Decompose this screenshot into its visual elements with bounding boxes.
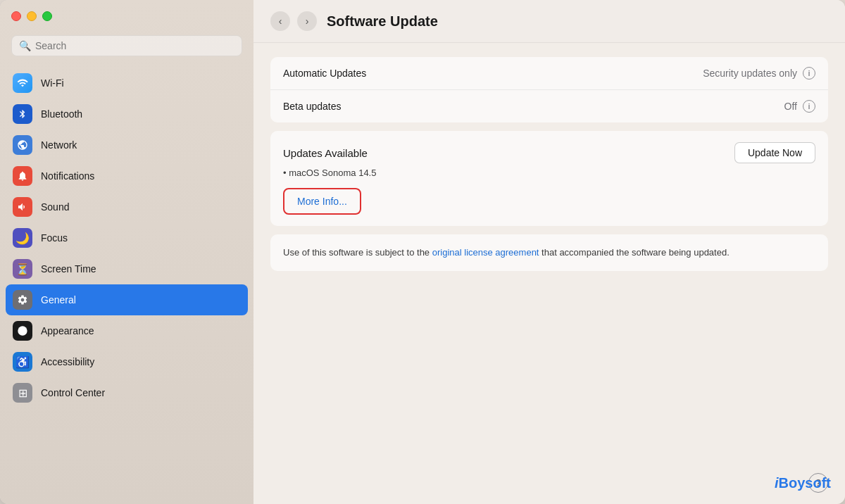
- updates-header: Updates Available Update Now: [283, 142, 815, 163]
- notifications-icon: [13, 166, 32, 186]
- sidebar-item-label: Wi-Fi: [41, 77, 64, 89]
- automatic-updates-info-icon[interactable]: i: [803, 67, 815, 80]
- beta-updates-label: Beta updates: [283, 101, 342, 112]
- main-header: ‹ › Software Update: [254, 0, 845, 43]
- license-text-part1: Use of this software is subject to the: [283, 247, 432, 258]
- sidebar-item-label: Notifications: [41, 170, 94, 182]
- forward-button[interactable]: ›: [297, 11, 317, 31]
- bluetooth-icon: [13, 104, 32, 124]
- sidebar-item-label: Accessibility: [41, 356, 94, 367]
- automatic-updates-status: Security updates only: [703, 68, 797, 79]
- license-link[interactable]: original license agreement: [432, 247, 539, 258]
- main-content: Automatic Updates Security updates only …: [254, 43, 845, 466]
- sidebar-item-label: Network: [41, 139, 77, 151]
- sidebar-item-wifi[interactable]: Wi-Fi: [6, 68, 248, 99]
- minimize-button[interactable]: [27, 11, 37, 21]
- accessibility-icon: ♿: [13, 352, 32, 372]
- automatic-updates-label: Automatic Updates: [283, 68, 366, 79]
- wifi-icon: [13, 73, 32, 93]
- sidebar-item-focus[interactable]: 🌙 Focus: [6, 222, 248, 253]
- sidebar-item-label: Screen Time: [41, 263, 96, 275]
- page-title: Software Update: [327, 13, 438, 30]
- beta-updates-status: Off: [784, 101, 797, 112]
- iboysoft-watermark: iBoysoft: [775, 475, 831, 491]
- sidebar-item-label: Appearance: [41, 325, 94, 336]
- update-now-button[interactable]: Update Now: [734, 142, 815, 163]
- license-text: Use of this software is subject to the o…: [283, 246, 815, 260]
- beta-updates-info-icon[interactable]: i: [803, 100, 815, 113]
- controlcenter-icon: ⊞: [13, 383, 32, 403]
- beta-updates-value: Off i: [784, 100, 815, 113]
- search-input[interactable]: [35, 40, 234, 51]
- back-button[interactable]: ‹: [270, 11, 290, 31]
- updates-available-title: Updates Available: [283, 147, 368, 159]
- iboysoft-logo-text: Boysoft: [779, 475, 831, 491]
- help-footer: ?: [254, 466, 845, 504]
- beta-updates-row: Beta updates Off i: [270, 90, 828, 122]
- sidebar-item-appearance[interactable]: Appearance: [6, 315, 248, 346]
- appearance-icon: [13, 321, 32, 341]
- sidebar-item-bluetooth[interactable]: Bluetooth: [6, 99, 248, 130]
- main-panel: ‹ › Software Update Automatic Updates Se…: [254, 0, 845, 504]
- sidebar-item-general[interactable]: General: [6, 284, 248, 315]
- traffic-lights: [11, 11, 52, 21]
- updates-available-section: Updates Available Update Now • macOS Son…: [270, 131, 828, 226]
- automatic-updates-value: Security updates only i: [703, 67, 815, 80]
- update-version: • macOS Sonoma 14.5: [283, 168, 815, 178]
- svg-point-0: [18, 326, 27, 335]
- sidebar-items-list: Wi-Fi Bluetooth Network No: [0, 68, 254, 504]
- sidebar-item-screentime[interactable]: ⏳ Screen Time: [6, 253, 248, 284]
- sidebar-item-label: Bluetooth: [41, 108, 82, 120]
- more-info-box[interactable]: More Info...: [283, 188, 361, 215]
- sidebar-item-network[interactable]: Network: [6, 130, 248, 160]
- sidebar: 🔍 Wi-Fi Bluetooth: [0, 0, 254, 504]
- automatic-updates-row: Automatic Updates Security updates only …: [270, 57, 828, 90]
- sidebar-item-accessibility[interactable]: ♿ Accessibility: [6, 346, 248, 377]
- sidebar-item-label: General: [41, 294, 76, 305]
- main-content-area: ‹ › Software Update Automatic Updates Se…: [254, 0, 845, 504]
- sidebar-item-label: Sound: [41, 201, 69, 213]
- more-info-link[interactable]: More Info...: [297, 196, 347, 207]
- search-bar[interactable]: 🔍: [11, 35, 242, 56]
- focus-icon: 🌙: [13, 228, 32, 248]
- close-button[interactable]: [11, 11, 21, 21]
- license-section: Use of this software is subject to the o…: [270, 234, 828, 271]
- sidebar-item-controlcenter[interactable]: ⊞ Control Center: [6, 377, 248, 408]
- sidebar-item-sound[interactable]: Sound: [6, 191, 248, 222]
- screentime-icon: ⏳: [13, 259, 32, 279]
- general-icon: [13, 290, 32, 310]
- search-icon: 🔍: [19, 40, 31, 51]
- system-preferences-window: 🔍 Wi-Fi Bluetooth: [0, 0, 845, 504]
- network-icon: [13, 135, 32, 155]
- sidebar-item-label: Control Center: [41, 387, 105, 398]
- sound-icon: [13, 197, 32, 217]
- auto-updates-group: Automatic Updates Security updates only …: [270, 57, 828, 122]
- sidebar-item-label: Focus: [41, 232, 68, 244]
- maximize-button[interactable]: [42, 11, 52, 21]
- sidebar-item-notifications[interactable]: Notifications: [6, 160, 248, 191]
- license-text-part2: that accompanied the software being upda…: [539, 247, 729, 258]
